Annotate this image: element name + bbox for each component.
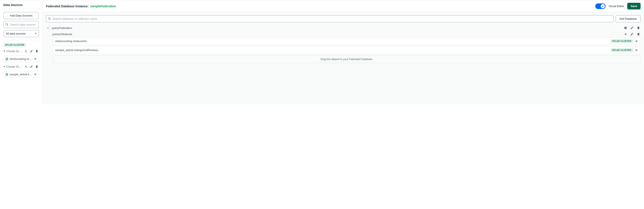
- save-button[interactable]: Save: [627, 3, 640, 10]
- cluster-store-label: Cluster Store: cluster-WhatsCooki...: [6, 50, 23, 53]
- caret-down-icon[interactable]: [4, 51, 5, 52]
- sidebar-search-input[interactable]: [4, 21, 39, 28]
- sidebar-title: Data Sources: [0, 0, 42, 9]
- add-collection-button[interactable]: [24, 49, 28, 53]
- instance-title-prefix: Federated Database Instance:: [46, 4, 88, 8]
- mapped-source-row: sample_airbnb.listingsAndReviews ATLAS C…: [52, 46, 640, 54]
- filter-selected-value: All data sources: [6, 32, 26, 35]
- visual-editor-toggle[interactable]: [595, 4, 606, 9]
- dataset-name: sample_airbnb.listingsAndReviews: [10, 73, 32, 76]
- main-search-input[interactable]: [46, 15, 614, 22]
- instance-title: Federated Database Instance: sampleFeder…: [46, 4, 116, 8]
- add-database-button[interactable]: Add Database: [616, 15, 640, 22]
- sidebar-search-wrap: [4, 21, 39, 28]
- chevron-down-icon: [35, 33, 36, 34]
- cluster-store-label: Cluster Store: cluster-AirBNB: [6, 65, 23, 68]
- dataset-item[interactable]: sample_airbnb.listingsAndReviews ✕: [4, 71, 39, 78]
- caret-down-icon[interactable]: [4, 66, 5, 67]
- dataset-name: whatscooking.restaurants: [10, 58, 32, 60]
- collapse-db-button[interactable]: [46, 26, 50, 30]
- drag-handle-icon: [6, 58, 8, 60]
- source-type-badge: ATLAS CLUSTER: [610, 39, 633, 43]
- main-body: Add Database queryFederation: [42, 12, 644, 104]
- drag-handle-icon: [6, 73, 8, 76]
- edit-database-button[interactable]: [630, 26, 634, 30]
- main-header: Federated Database Instance: sampleFeder…: [42, 0, 644, 12]
- source-type-badge: ATLAS CLUSTER: [610, 48, 633, 52]
- edit-store-button[interactable]: [30, 49, 34, 53]
- remove-mapping-button[interactable]: ✕: [635, 48, 638, 52]
- collection-name: pointsOfInterest: [52, 32, 622, 36]
- main-panel: Federated Database Instance: sampleFeder…: [42, 0, 644, 104]
- remove-dataset-button[interactable]: ✕: [34, 57, 36, 60]
- add-mapping-button[interactable]: [624, 32, 628, 36]
- sidebar: Data Sources Add Data Sources All data s…: [0, 0, 42, 104]
- edit-collection-button[interactable]: [630, 32, 634, 36]
- cluster-store-row: Cluster Store: cluster-WhatsCooki...: [4, 49, 39, 54]
- database-name: queryFederation: [52, 26, 622, 30]
- delete-store-button[interactable]: [35, 49, 39, 53]
- database-row: queryFederation: [46, 25, 640, 31]
- cluster-store-row: Cluster Store: cluster-AirBNB: [4, 64, 39, 69]
- instance-name: sampleFederation: [90, 4, 116, 8]
- drop-zone[interactable]: Drag the dataset to your Federated Datab…: [52, 55, 640, 63]
- visual-editor-label: Visual Editor: [608, 4, 624, 8]
- search-icon: [6, 23, 8, 26]
- search-icon: [48, 17, 51, 20]
- divider: [4, 40, 39, 40]
- atlas-cluster-badge: ATLAS CLUSTER: [4, 43, 26, 47]
- mapped-source-name: sample_airbnb.listingsAndReviews: [55, 48, 608, 52]
- edit-store-button[interactable]: [30, 64, 34, 69]
- add-collection-button[interactable]: [24, 64, 28, 69]
- remove-dataset-button[interactable]: ✕: [34, 73, 36, 76]
- delete-collection-button[interactable]: [636, 32, 640, 36]
- dataset-item[interactable]: whatscooking.restaurants ✕: [4, 56, 39, 62]
- add-data-sources-button[interactable]: Add Data Sources: [4, 12, 39, 19]
- delete-store-button[interactable]: [35, 64, 39, 69]
- toggle-knob: [601, 4, 605, 8]
- mapped-source-name: whatscooking.restaurants: [55, 40, 608, 43]
- main-search-wrap: [46, 15, 614, 22]
- collection-row: pointsOfInterest: [46, 31, 640, 37]
- mapped-source-row: whatscooking.restaurants ATLAS CLUSTER ✕: [52, 37, 640, 45]
- remove-mapping-button[interactable]: ✕: [635, 40, 638, 43]
- data-source-filter-select[interactable]: All data sources: [4, 30, 39, 37]
- add-collection-db-button[interactable]: [624, 26, 628, 30]
- delete-database-button[interactable]: [636, 26, 640, 30]
